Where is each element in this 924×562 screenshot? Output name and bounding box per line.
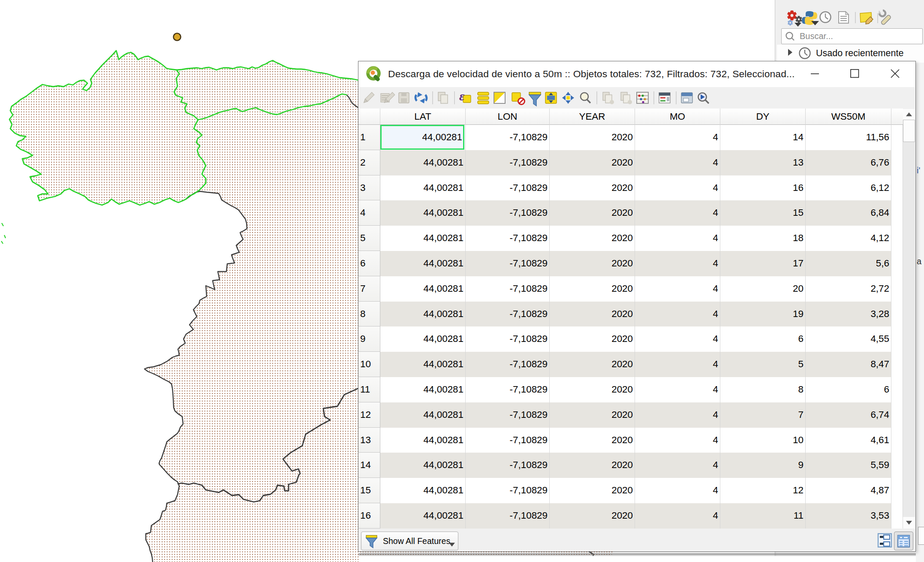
svg-text:ε: ε: [459, 89, 465, 103]
